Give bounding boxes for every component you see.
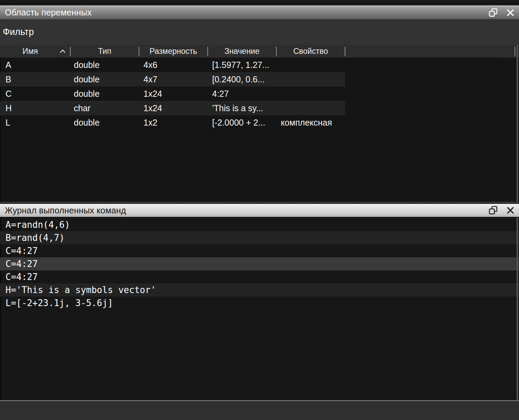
history-item[interactable]: B=rand(4,7) [0,231,519,244]
cell-value: [1.5977, 1.27... [212,58,269,72]
close-icon[interactable] [506,8,515,17]
history-item[interactable]: C=4:27 [0,244,519,257]
cell-value: [0.2400, 0.6... [212,72,265,86]
upper-panel-remnant [0,0,519,4]
command-history-list: A=randn(4,6) B=rand(4,7) C=4:27 C=4:27 C… [0,218,519,400]
variables-panel-titlebar[interactable]: Область переменных [0,5,519,19]
column-header-name-label: Имя [23,47,38,56]
cell-type: double [74,58,100,72]
cell-type: double [74,115,100,130]
cell-value: [-2.0000 + 2... [212,115,265,130]
row-background [0,58,345,72]
close-icon[interactable] [506,206,515,215]
table-row-A[interactable]: A double 4x6 [1.5977, 1.27... [0,58,519,72]
cell-type: double [74,72,100,86]
column-header-name[interactable]: Имя [0,45,60,58]
sort-ascending-icon[interactable] [58,47,67,55]
filter-row: Фильтр [0,19,519,45]
variables-table-header: Имя Тип Размерность Значение Свойство [0,45,519,58]
column-header-type[interactable]: Тип [70,45,139,58]
history-item[interactable]: A=randn(4,6) [0,218,519,231]
table-row-B[interactable]: B double 4x7 [0.2400, 0.6... [0,72,519,86]
variables-panel-title: Область переменных [5,8,92,18]
table-row-H[interactable]: H char 1x24 'This is a sy... [0,101,519,115]
variables-table: A double 4x6 [1.5977, 1.27... B double 4… [0,58,519,202]
column-separator[interactable] [70,47,71,56]
cell-name: H [5,101,12,115]
filter-label: Фильтр [3,19,34,45]
column-separator[interactable] [207,47,208,56]
cell-type: double [74,86,100,101]
history-item[interactable]: L=[-2+23.1j, 3-5.6j] [0,296,519,310]
column-header-dims-label: Размерность [150,47,197,56]
cell-name: A [5,58,11,72]
column-header-value[interactable]: Значение [208,45,276,58]
cell-type: char [74,101,91,115]
panel-bottom-divider [0,400,519,401]
history-titlebar-buttons [489,204,515,217]
cell-dims: 1x24 [143,101,162,115]
cell-name: L [5,115,10,130]
float-window-icon[interactable] [489,206,498,215]
column-separator[interactable] [515,47,515,56]
cell-dims: 4x6 [143,58,157,72]
history-panel-title: Журнал выполненных команд [5,206,126,215]
window-right-edge [517,218,518,400]
cell-prop: комплексная [281,115,332,130]
history-item-selected[interactable]: C=4:27 [0,257,519,270]
row-background [0,86,345,101]
column-header-dims[interactable]: Размерность [139,45,208,58]
variables-titlebar-buttons [489,6,515,19]
column-separator[interactable] [345,47,345,56]
cell-name: B [5,72,11,86]
history-panel-titlebar[interactable]: Журнал выполненных команд [0,203,519,218]
float-window-icon[interactable] [489,8,498,17]
column-header-prop[interactable]: Свойство [276,45,345,58]
table-row-L[interactable]: L double 1x2 [-2.0000 + 2... комплексная [0,115,519,130]
window-right-edge [517,45,518,202]
cell-dims: 4x7 [143,72,157,86]
column-header-prop-label: Свойство [293,47,328,56]
column-separator[interactable] [139,47,139,56]
history-item[interactable]: H='This is a symbols vector' [0,283,519,296]
cell-value: 4:27 [212,86,229,101]
column-separator[interactable] [276,47,277,56]
cell-name: C [5,86,12,101]
table-row-C[interactable]: C double 1x24 4:27 [0,86,519,101]
history-item[interactable]: C=4:27 [0,270,519,283]
cell-dims: 1x24 [143,86,162,101]
row-background [0,72,345,86]
cell-value: 'This is a sy... [212,101,263,115]
row-background [0,101,345,115]
column-header-value-label: Значение [224,47,260,56]
cell-dims: 1x2 [143,115,157,130]
column-header-type-label: Тип [98,47,111,56]
